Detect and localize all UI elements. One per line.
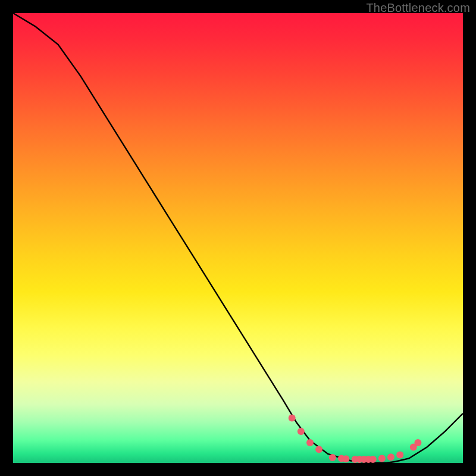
curve-layer xyxy=(13,13,463,463)
curve-marker xyxy=(315,446,322,453)
watermark-text: TheBottleneck.com xyxy=(366,1,470,15)
plot-area xyxy=(13,13,463,463)
chart-frame: TheBottleneck.com xyxy=(0,0,476,476)
curve-marker xyxy=(387,453,394,461)
curve-marker xyxy=(289,414,296,421)
curve-marker xyxy=(378,455,386,462)
curve-marker xyxy=(369,456,377,463)
curve-marker xyxy=(396,451,403,458)
curve-marker xyxy=(342,455,349,462)
curve-marker xyxy=(414,439,421,446)
curve-marker xyxy=(329,454,336,461)
curve-marker xyxy=(298,428,305,435)
bottleneck-curve xyxy=(13,13,463,463)
curve-marker xyxy=(306,439,314,446)
